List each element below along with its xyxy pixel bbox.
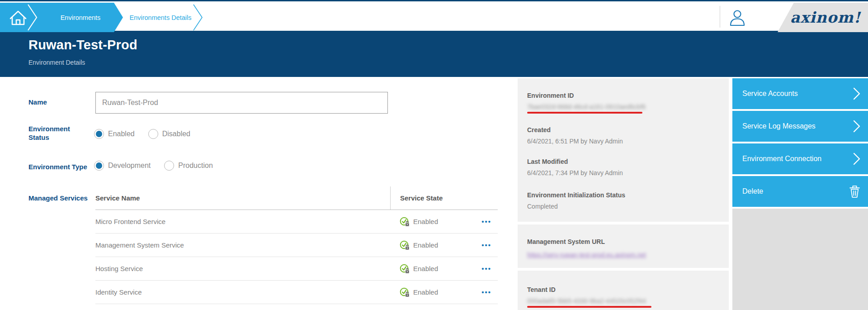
management-system-url-link[interactable]: https://serv-ruwan-test-prod.eu.axinom.n… bbox=[527, 251, 646, 258]
row-menu-button[interactable]: ••• bbox=[481, 265, 491, 272]
radio-unselected-icon bbox=[148, 129, 158, 139]
managed-services-table: Service Name Service State Micro Fronten… bbox=[95, 186, 498, 304]
redaction-underline bbox=[527, 112, 642, 114]
action-button-label: Delete bbox=[742, 187, 763, 196]
service-enabled-lock-icon bbox=[400, 240, 410, 250]
row-menu-button[interactable]: ••• bbox=[481, 242, 491, 248]
service-state-text: Enabled bbox=[413, 288, 438, 296]
radio-enabled[interactable]: Enabled bbox=[94, 129, 135, 139]
table-header-row: Service Name Service State bbox=[95, 186, 498, 210]
environment-id-value: 7bae032d-668d-46cd-a161-0910aed6cbf6 bbox=[527, 103, 646, 110]
environment-type-radio-group: Development Production bbox=[94, 161, 213, 171]
service-state-cell: Enabled ••• bbox=[390, 217, 498, 227]
breadcrumb-item-environments[interactable]: Environments bbox=[61, 14, 101, 21]
delete-button[interactable]: Delete bbox=[732, 176, 868, 207]
table-row: Identity Service Enabled ••• bbox=[95, 281, 498, 304]
environment-status-label: Environment Status bbox=[28, 124, 74, 142]
created-label: Created bbox=[527, 126, 720, 134]
chevron-right-icon bbox=[853, 152, 861, 166]
column-header-service-name: Service Name bbox=[95, 186, 390, 210]
redaction-underline bbox=[527, 306, 651, 308]
breadcrumb-item-environments-details[interactable]: Environments Details bbox=[130, 14, 192, 21]
radio-disabled-label: Disabled bbox=[162, 130, 190, 138]
last-modified-label: Last Modified bbox=[527, 158, 720, 165]
management-system-url-label: Management System URL bbox=[527, 238, 720, 245]
info-section-general: Environment ID 7bae032d-668d-46cd-a161-0… bbox=[518, 78, 729, 222]
info-section-tenant: Tenant ID 000ada65-5bb5-4330-9ba2-44520c… bbox=[518, 271, 729, 310]
radio-selected-icon bbox=[94, 129, 104, 139]
service-name-cell: Identity Service bbox=[95, 288, 390, 296]
radio-development[interactable]: Development bbox=[94, 161, 151, 171]
table-row: Micro Frontend Service Enabled ••• bbox=[95, 210, 498, 234]
top-navigation-bar: Environments Environments Details axinom… bbox=[0, 0, 868, 31]
tenant-id-value: 000ada65-5bb5-4330-9ba2-44520c052f44 bbox=[527, 297, 646, 305]
service-state-text: Enabled bbox=[413, 241, 438, 249]
table-row: Hosting Service Enabled ••• bbox=[95, 257, 498, 281]
environment-connection-button[interactable]: Environment Connection bbox=[732, 143, 868, 174]
info-section-management-url: Management System URL https://serv-ruwan… bbox=[518, 224, 729, 268]
user-icon bbox=[728, 8, 747, 27]
radio-selected-icon bbox=[94, 161, 104, 171]
radio-disabled[interactable]: Disabled bbox=[148, 129, 190, 139]
initialization-status-value: Completed bbox=[527, 203, 720, 210]
chevron-right-icon bbox=[853, 119, 861, 133]
last-modified-value: 6/4/2021, 7:34 PM by Navy Admin bbox=[527, 169, 720, 176]
environment-status-radio-group: Enabled Disabled bbox=[94, 129, 190, 139]
name-label: Name bbox=[28, 98, 47, 106]
axinom-logo: axinom! bbox=[790, 9, 861, 26]
environment-details-page: Environments Environments Details axinom… bbox=[0, 0, 868, 310]
action-button-label: Environment Connection bbox=[742, 155, 821, 163]
service-name-cell: Management System Service bbox=[95, 241, 390, 249]
service-accounts-button[interactable]: Service Accounts bbox=[732, 78, 868, 109]
breadcrumb: Environments Environments Details bbox=[0, 3, 212, 32]
name-input[interactable] bbox=[95, 92, 388, 114]
user-profile-button[interactable] bbox=[728, 8, 747, 27]
environment-type-label: Environment Type bbox=[28, 162, 87, 171]
radio-development-label: Development bbox=[108, 162, 151, 170]
action-button-label: Service Accounts bbox=[742, 90, 798, 98]
action-panel: Service Accounts Service Log Messages En… bbox=[732, 78, 868, 310]
topbar-divider bbox=[720, 6, 720, 28]
radio-production[interactable]: Production bbox=[164, 161, 213, 171]
service-state-cell: Enabled ••• bbox=[390, 287, 498, 297]
row-menu-button[interactable]: ••• bbox=[481, 289, 491, 296]
service-name-cell: Micro Frontend Service bbox=[95, 218, 390, 225]
radio-production-label: Production bbox=[178, 162, 213, 170]
brand-banner: axinom! bbox=[778, 3, 868, 32]
initialization-status-label: Environment Initialization Status bbox=[527, 191, 720, 199]
chevron-right-icon bbox=[853, 87, 861, 100]
breadcrumb-outline-chevron bbox=[193, 5, 202, 30]
trash-icon bbox=[849, 185, 861, 199]
radio-enabled-label: Enabled bbox=[108, 130, 135, 138]
environment-info-panel: Environment ID 7bae032d-668d-46cd-a161-0… bbox=[518, 78, 729, 310]
service-state-text: Enabled bbox=[413, 218, 438, 225]
service-state-cell: Enabled ••• bbox=[390, 264, 498, 274]
radio-unselected-icon bbox=[164, 161, 174, 171]
tenant-id-label: Tenant ID bbox=[527, 286, 720, 293]
row-menu-button[interactable]: ••• bbox=[481, 218, 491, 225]
page-header: Ruwan-Test-Prod Environment Details bbox=[0, 31, 868, 77]
column-header-service-state: Service State bbox=[390, 186, 498, 210]
content-area: Name Environment Status Enabled Disabled… bbox=[0, 77, 868, 310]
environment-id-label: Environment ID bbox=[527, 92, 720, 99]
page-subtitle: Environment Details bbox=[28, 59, 868, 66]
managed-services-label: Managed Services bbox=[28, 194, 88, 202]
service-state-text: Enabled bbox=[413, 265, 438, 272]
service-enabled-lock-icon bbox=[400, 264, 410, 274]
service-enabled-lock-icon bbox=[400, 217, 410, 227]
service-log-messages-button[interactable]: Service Log Messages bbox=[732, 111, 868, 142]
action-button-label: Service Log Messages bbox=[742, 122, 816, 130]
page-title: Ruwan-Test-Prod bbox=[28, 38, 868, 52]
created-value: 6/4/2021, 6:51 PM by Navy Admin bbox=[527, 138, 720, 145]
service-name-cell: Hosting Service bbox=[95, 265, 390, 272]
service-state-cell: Enabled ••• bbox=[390, 240, 498, 250]
service-enabled-lock-icon bbox=[400, 287, 410, 297]
table-row: Management System Service Enabled ••• bbox=[95, 234, 498, 257]
action-panel-background bbox=[732, 209, 868, 310]
